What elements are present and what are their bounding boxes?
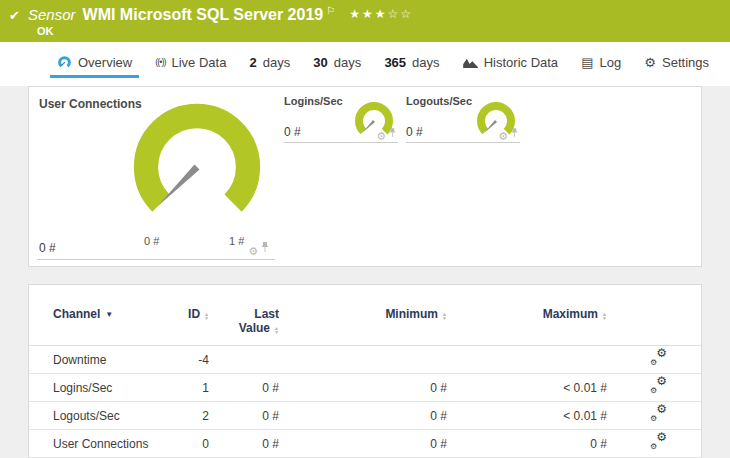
column-header-id[interactable]: ID▲▼ (153, 307, 209, 321)
tab-number: 30 (313, 55, 327, 70)
user-connections-gauge (129, 97, 265, 237)
area-chart-icon (463, 57, 478, 68)
sensor-title-line: SensorWMI Microsoft SQL Server 2019⚐★★★☆… (28, 5, 413, 24)
priority-stars[interactable]: ★★★☆☆ (349, 7, 413, 21)
table-row-logouts-sec: Logouts/Sec 2 0 # 0 # < 0.01 # ⚙⚙ (29, 402, 701, 430)
cell-channel: Logouts/Sec (53, 409, 153, 423)
channels-table: Channel▼ ID▲▼ Last Value▲▼ Minimum▲▼ Max… (28, 284, 702, 458)
broadcast-icon: ((•)) (155, 57, 165, 67)
column-header-minimum[interactable]: Minimum▲▼ (279, 307, 447, 321)
edit-channel-icon[interactable]: ⚙⚙ (650, 379, 667, 393)
tab-30-days[interactable]: 30 days (306, 51, 368, 78)
cell-id: 2 (153, 409, 209, 423)
gear-icon: ⚙ (644, 55, 656, 70)
tab-label: days (334, 55, 361, 70)
tab-label: Log (600, 55, 622, 70)
table-row-downtime: Downtime -4 ⚙⚙ (29, 346, 701, 374)
tab-2-days[interactable]: 2 days (243, 51, 298, 78)
table-row-logins-sec: Logins/Sec 1 0 # 0 # < 0.01 # ⚙⚙ (29, 374, 701, 402)
gauge-scale-max: 1 # (229, 235, 244, 247)
log-list-icon: ▤ (581, 55, 593, 70)
table-header-row: Channel▼ ID▲▼ Last Value▲▼ Minimum▲▼ Max… (29, 285, 701, 346)
gauge-settings-gear-icon[interactable]: ⚙ (248, 246, 258, 257)
gauge-last-value: 0 # (39, 241, 56, 255)
cell-maximum: < 0.01 # (447, 409, 607, 423)
sensor-status-bar: ✔ SensorWMI Microsoft SQL Server 2019⚐★★… (0, 0, 730, 42)
cell-minimum: 0 # (279, 409, 447, 423)
sort-icon: ▲▼ (602, 312, 607, 320)
gauge-tile-logouts-sec: Logouts/Sec 0 # ⚙ (406, 93, 520, 143)
tab-label: Settings (662, 55, 709, 70)
tab-label: Overview (78, 55, 132, 70)
tab-label: Live Data (171, 55, 226, 70)
tab-label: days (263, 55, 290, 70)
gauge-title: Logouts/Sec (406, 95, 472, 107)
edit-channel-icon[interactable]: ⚙⚙ (650, 407, 667, 421)
cell-maximum: 0 # (447, 437, 607, 451)
gauge-scale-min: 0 # (144, 235, 159, 247)
cell-id: 0 (153, 437, 209, 451)
tab-overview[interactable]: Overview (50, 51, 139, 78)
gauge-tile-user-connections: User Connections 0 # 1 # 0 # ⚙ (37, 93, 275, 260)
cell-last-value: 0 # (209, 437, 279, 451)
cell-id: -4 (153, 353, 209, 367)
tab-number: 2 (250, 55, 257, 70)
edit-channel-icon[interactable]: ⚙⚙ (650, 435, 667, 449)
cell-minimum: 0 # (279, 437, 447, 451)
gauges-panel: User Connections 0 # 1 # 0 # ⚙ Logins/Se… (28, 86, 702, 267)
ok-check-icon: ✔ (9, 8, 20, 23)
cell-id: 1 (153, 381, 209, 395)
sensor-status-text: OK (37, 25, 54, 37)
gauge-settings-gear-icon[interactable]: ⚙ (376, 131, 386, 142)
tab-live-data[interactable]: ((•)) Live Data (148, 51, 233, 78)
pin-icon[interactable] (261, 239, 269, 257)
sensor-kind-label: Sensor (28, 6, 76, 23)
gauge-tile-logins-sec: Logins/Sec 0 # ⚙ (284, 93, 398, 143)
sort-desc-icon: ▼ (105, 310, 113, 319)
cell-last-value: 0 # (209, 409, 279, 423)
edit-channel-icon[interactable]: ⚙⚙ (650, 351, 667, 365)
tab-365-days[interactable]: 365 days (377, 51, 446, 78)
cell-minimum: 0 # (279, 381, 447, 395)
cell-maximum: < 0.01 # (447, 381, 607, 395)
column-header-last-value[interactable]: Last Value▲▼ (209, 307, 279, 335)
tab-label: Historic Data (484, 55, 558, 70)
gauge-title: Logins/Sec (284, 95, 343, 107)
tab-bar: Overview ((•)) Live Data 2 days 30 days … (0, 42, 730, 86)
pin-icon[interactable] (511, 124, 518, 142)
tab-historic-data[interactable]: Historic Data (456, 51, 565, 78)
column-header-maximum[interactable]: Maximum▲▼ (447, 307, 607, 321)
tab-settings[interactable]: ⚙ Settings (637, 51, 716, 78)
pin-icon[interactable] (389, 124, 396, 142)
table-row-user-connections: User Connections 0 0 # 0 # 0 # ⚙⚙ (29, 430, 701, 458)
gauge-last-value: 0 # (406, 125, 423, 139)
tab-label: days (412, 55, 439, 70)
cell-channel: Downtime (53, 353, 153, 367)
page-title: WMI Microsoft SQL Server 2019 (83, 6, 324, 23)
cell-channel: User Connections (53, 437, 153, 451)
sort-icon: ▲▼ (274, 326, 279, 334)
cell-last-value: 0 # (209, 381, 279, 395)
overview-gauge-icon (57, 55, 72, 70)
gauge-settings-gear-icon[interactable]: ⚙ (498, 131, 508, 142)
priority-flag-icon: ⚐ (326, 5, 335, 16)
cell-channel: Logins/Sec (53, 381, 153, 395)
gauge-last-value: 0 # (284, 125, 301, 139)
tab-number: 365 (384, 55, 406, 70)
column-header-channel[interactable]: Channel▼ (53, 307, 153, 321)
tab-log[interactable]: ▤ Log (574, 51, 628, 78)
gauge-title: User Connections (39, 97, 142, 111)
